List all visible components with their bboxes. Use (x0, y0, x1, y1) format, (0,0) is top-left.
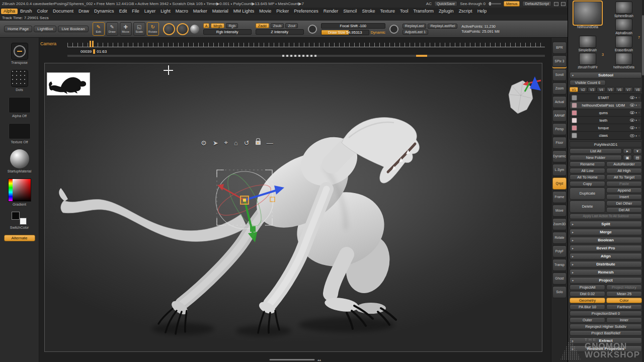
circle-icon[interactable]: ○ (638, 126, 640, 129)
pin-icon[interactable]: ➤ (213, 139, 218, 147)
canvas-scroll-indicator[interactable]: ▴▴ (269, 358, 321, 361)
extract-section-header[interactable]: Extract (570, 337, 642, 344)
folder-icon-button[interactable]: ▣ (623, 155, 632, 160)
menu-item[interactable]: Stroke (359, 9, 377, 14)
view-tab[interactable]: V5 (606, 87, 615, 92)
shelf-button[interactable]: Ghost (552, 273, 567, 285)
subtool-item[interactable]: teeth ● ○ (570, 117, 641, 124)
outer-button[interactable]: Outer (570, 317, 605, 323)
shelf-button[interactable]: Solo (552, 286, 567, 298)
home-page-button[interactable]: Home Page (4, 26, 32, 32)
brush-stroke-toggle-icon[interactable] (177, 23, 189, 35)
visibility-eye-icon[interactable] (630, 96, 634, 99)
visibility-eye-icon[interactable] (630, 134, 634, 137)
alpha-selector[interactable]: Alpha Off (9, 97, 31, 118)
timeline-orange-segment[interactable] (416, 55, 427, 57)
home-icon[interactable]: ⌂ (234, 139, 238, 147)
section-header[interactable]: Boolean (570, 237, 642, 243)
zcut-toggle[interactable]: Zcut (285, 23, 298, 28)
switch-color-icon[interactable] (12, 212, 27, 225)
append-button[interactable]: Append (606, 188, 642, 193)
subtool-item[interactable]: claws ● ○ (570, 132, 641, 139)
scroll-up-icon-button[interactable]: ▸ (623, 148, 632, 154)
horizontal-scrollbar[interactable] (269, 359, 314, 360)
transform-mode-button[interactable]: ◱ Scale (133, 22, 145, 36)
replay-last-rel-button[interactable]: ReplayLastRel (428, 24, 457, 29)
menu-item[interactable]: Tool (397, 9, 411, 14)
menu-item[interactable]: Draw (76, 9, 92, 14)
menu-item[interactable]: Color (35, 9, 51, 14)
brush-thumbnail[interactable] (579, 53, 596, 65)
live-boolean-toggle[interactable]: Live Boolean (58, 26, 88, 32)
brush-item[interactable]: 7 EraserBrush (606, 36, 641, 52)
menu-item[interactable]: Render (321, 9, 341, 14)
transpose-gizmo-icon[interactable] (11, 43, 28, 60)
transform-mode-button[interactable]: ✎ Edit (93, 22, 105, 36)
shelf-button[interactable]: Move (552, 205, 567, 217)
visibility-eye-icon[interactable] (630, 126, 634, 129)
alpha-a-badge[interactable]: A (203, 23, 210, 28)
see-through-slider[interactable] (488, 3, 501, 5)
stroke-dots-tool[interactable]: Dots (11, 70, 28, 92)
brush-item[interactable]: hellhoundDeta (570, 2, 605, 35)
window-layout-icon[interactable] (554, 2, 558, 6)
project-button[interactable]: Dist 0.02 (570, 291, 605, 297)
brush-item[interactable]: 3 zbrushTrollFir (570, 53, 605, 69)
texture-off-thumbnail[interactable] (9, 123, 31, 139)
timeline-playhead-marker[interactable] (92, 41, 94, 47)
subtool-action-button[interactable]: All To Home (570, 174, 605, 180)
dots-stroke-icon[interactable] (11, 70, 28, 87)
brush-thumbnail[interactable] (574, 2, 602, 25)
section-header[interactable]: Align (570, 253, 642, 259)
subtool-action-button[interactable]: Rename (570, 161, 605, 167)
project-button[interactable]: Color (606, 298, 642, 303)
delete-button[interactable]: Delete (570, 201, 605, 213)
shelf-button[interactable]: Transp (552, 259, 567, 271)
subtool-action-button[interactable]: All To Target (606, 174, 642, 180)
circle-icon[interactable]: ○ (638, 119, 640, 122)
shelf-button[interactable]: SPix 3 (552, 55, 567, 67)
menu-item[interactable]: File (129, 9, 142, 14)
list-all-button[interactable]: List All (570, 148, 622, 154)
material-selector[interactable]: StartupMaterial (8, 149, 31, 173)
shelf-button[interactable]: Persp (552, 123, 567, 135)
menu-item[interactable]: Picker (274, 9, 291, 14)
lightbox-button[interactable]: LightBox (34, 26, 56, 32)
shelf-button[interactable]: Rotate (552, 232, 567, 244)
transform-mode-button[interactable]: ✚ Move (120, 22, 132, 36)
draw-size-slider[interactable]: Draw Size 54.95313 (321, 30, 369, 35)
del-all-button[interactable]: Del All (606, 207, 642, 213)
shelf-button[interactable]: Zoom (552, 82, 567, 95)
paint-icon[interactable]: ● (635, 96, 637, 99)
paint-icon[interactable]: ● (635, 134, 637, 137)
section-header[interactable]: Split (570, 221, 642, 227)
section-header[interactable]: Distribute (570, 261, 642, 267)
shelf-button[interactable]: Qxyz (552, 177, 567, 190)
circle-icon[interactable]: ○ (638, 111, 640, 114)
material-sphere-icon[interactable] (190, 25, 199, 34)
view-tab[interactable]: V7 (624, 87, 633, 92)
brush-item[interactable]: hellhoundDeta (606, 53, 641, 69)
menu-item[interactable]: Layer (142, 9, 158, 14)
view-tab[interactable]: V2 (579, 87, 587, 92)
circle-icon[interactable]: ○ (638, 104, 640, 107)
brush-item[interactable]: SphereBrush (606, 2, 641, 18)
subtool-item[interactable]: START ● ○ (570, 94, 641, 102)
scroll-down-icon-button[interactable]: ▾ (633, 148, 642, 154)
folder-list-icon-button[interactable]: ▤ (633, 155, 642, 160)
section-header[interactable]: Merge (570, 229, 642, 235)
default-zscript-button[interactable]: DefaultZScript (522, 1, 551, 7)
section-header[interactable]: Bevel Pro (570, 245, 642, 251)
insert-button[interactable]: Insert (606, 194, 642, 200)
timeline-sub-ruler[interactable] (67, 55, 545, 57)
circle-icon[interactable]: ○ (638, 134, 640, 137)
subtool-item[interactable]: hellhoundDetailPass_UDIM ● ○ (570, 102, 641, 109)
reset-icon[interactable]: ↺ (244, 139, 250, 147)
apply-last-action-button[interactable]: Apply Last Action To All Subtool (570, 214, 642, 219)
shelf-button[interactable]: BPR (552, 42, 567, 54)
menu-item[interactable]: Light (158, 9, 173, 14)
menu-item[interactable]: Transform (411, 9, 436, 14)
dynamic-mode-label[interactable]: Dynamic (371, 30, 385, 35)
shelf-button[interactable]: Frame (552, 191, 567, 203)
subtool-item[interactable]: tongue ● ○ (570, 124, 641, 132)
